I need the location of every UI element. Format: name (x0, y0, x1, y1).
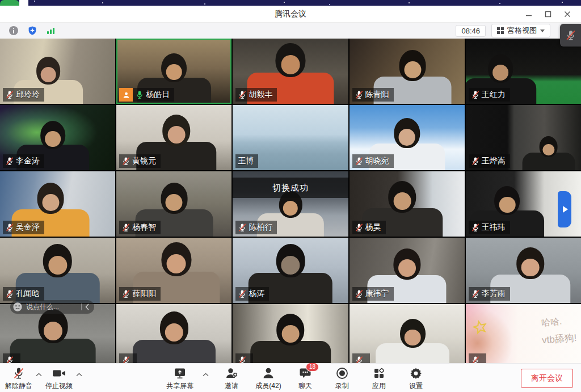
participant-name-label: 王祎玮 (469, 221, 510, 234)
unmute-label: 解除静音 (5, 381, 32, 391)
participant-name: 薛阳阳 (132, 289, 156, 299)
members-icon (262, 366, 275, 381)
participant-tile[interactable] (116, 304, 231, 363)
participant-tile[interactable]: 康祎宁 (350, 238, 465, 303)
participant-name-label: 王烨嵩 (469, 154, 510, 168)
grid-view-icon (497, 27, 504, 34)
quick-chat-input[interactable]: 说点什么... (10, 300, 94, 314)
chevron-down-icon (540, 29, 545, 32)
mic-status-icon (5, 90, 14, 99)
participant-name: 孔闻晗 (16, 289, 40, 299)
participant-name: 康祎宁 (365, 289, 389, 299)
stop-video-button[interactable]: 停止视频 (45, 366, 73, 391)
apps-label: 应用 (372, 381, 386, 391)
view-mode-selector[interactable]: 宫格视图 (491, 24, 550, 37)
participant-name-label (469, 353, 486, 363)
participant-tile[interactable]: 王烨嵩 (466, 105, 581, 170)
unmute-button[interactable]: 解除静音 (5, 366, 33, 391)
participant-tile[interactable]: 薛阳阳 (116, 238, 231, 303)
leave-meeting-button[interactable]: 离开会议 (521, 369, 573, 388)
participant-name-label (3, 353, 20, 363)
meeting-info-icon[interactable] (8, 25, 19, 36)
mic-status-icon (121, 157, 130, 166)
stop-video-label: 停止视频 (45, 381, 73, 391)
members-button[interactable]: 成员(42) (254, 366, 283, 391)
participant-name: 杨皓日 (146, 90, 170, 100)
participant-name-label: 王博 (235, 154, 258, 168)
participant-name-label: 杨涛 (235, 287, 269, 301)
chat-button[interactable]: 聊天 18 (291, 366, 319, 391)
record-label: 录制 (335, 381, 349, 391)
mic-status-icon (238, 356, 247, 363)
tencent-meeting-window: 腾讯会议 08:46 (0, 0, 581, 392)
participant-tile[interactable]: 杨昊 (350, 171, 465, 237)
maximize-icon[interactable] (541, 8, 555, 20)
participant-tile[interactable]: 胡晓宛 (350, 105, 465, 170)
participant-tile[interactable]: 杨涛 (233, 238, 348, 303)
settings-label: 设置 (409, 381, 423, 391)
participant-tile[interactable] (233, 304, 348, 363)
participant-name-label (119, 353, 137, 363)
mic-status-icon (121, 289, 130, 298)
participant-tile[interactable]: 王红力 (466, 39, 581, 104)
minimize-icon[interactable] (522, 8, 536, 20)
mic-status-icon (355, 356, 364, 363)
settings-button[interactable]: 设置 (402, 366, 430, 391)
share-screen-label: 共享屏幕 (166, 381, 193, 391)
participant-name-label (235, 353, 253, 363)
participant-name-label: 胡毅丰 (235, 88, 277, 102)
meeting-toolbar: 解除静音 停止视频 (0, 363, 581, 392)
network-signal-icon[interactable] (45, 25, 57, 36)
participant-tile[interactable]: 杨春智 (116, 171, 231, 237)
participant-tile[interactable] (350, 304, 465, 363)
participant-tile[interactable]: 李金涛 (0, 105, 115, 170)
record-button[interactable]: 录制 (328, 366, 356, 391)
participant-name: 李金涛 (16, 156, 40, 166)
participant-tile[interactable]: 王博 (233, 105, 348, 170)
participant-tile[interactable]: 黄镜元 (116, 105, 231, 170)
participant-name-label: 胡晓宛 (352, 154, 394, 168)
collapse-chat-icon[interactable] (85, 304, 90, 310)
participant-tile[interactable]: 陈青阳 (350, 39, 465, 104)
apps-grid-icon (372, 366, 386, 381)
toast-message: 切换成功 (233, 178, 348, 198)
participant-name: 黄镜元 (132, 156, 156, 166)
mic-status-icon (121, 356, 130, 363)
participant-tile[interactable]: 哈哈. vtb舔狗! (466, 304, 581, 363)
video-options-chevron[interactable] (76, 373, 82, 377)
toolbar-left-group: 解除静音 停止视频 (5, 366, 82, 391)
arrow-right-icon (563, 206, 568, 213)
participant-name-label: 李金涛 (3, 154, 44, 168)
mic-status-icon (5, 289, 14, 298)
participant-tile[interactable]: 切换成功 陈柏行 (233, 171, 348, 237)
mic-status-icon (355, 289, 364, 298)
invite-button[interactable]: 邀请 (217, 366, 246, 391)
window-controls (522, 6, 574, 23)
participant-tile[interactable]: 杨皓日 (116, 39, 231, 104)
host-icon (119, 88, 133, 102)
meeting-timer: 08:46 (456, 25, 486, 37)
window-title: 腾讯会议 (275, 9, 306, 19)
close-icon[interactable] (561, 8, 574, 20)
mic-status-icon (471, 223, 480, 232)
self-mic-status-widget[interactable] (560, 24, 581, 47)
meeting-time: 08:46 (461, 27, 480, 35)
participant-tile[interactable]: 胡毅丰 (233, 39, 348, 104)
participant-name-label: 康祎宁 (352, 287, 394, 301)
mic-options-chevron[interactable] (36, 373, 42, 377)
next-page-button[interactable] (558, 191, 571, 227)
share-options-chevron[interactable] (203, 373, 209, 377)
participant-name: 王红力 (482, 90, 506, 100)
wallpaper-stars (34, 1, 35, 2)
apps-button[interactable]: 应用 (365, 366, 393, 391)
participant-name-label: 杨昊 (352, 221, 386, 234)
security-shield-icon[interactable] (27, 25, 38, 36)
participant-tile[interactable]: 李芳雨 (466, 238, 581, 303)
mic-status-icon (238, 90, 247, 99)
participant-tile[interactable]: 孔闻晗 (0, 238, 115, 303)
participant-tile[interactable]: 吴金泽 (0, 171, 115, 237)
participant-tile[interactable]: 邱玲玲 (0, 39, 115, 104)
share-screen-button[interactable]: 共享屏幕 (166, 366, 194, 391)
mic-status-icon (238, 223, 247, 232)
emoji-icon[interactable] (12, 302, 23, 312)
